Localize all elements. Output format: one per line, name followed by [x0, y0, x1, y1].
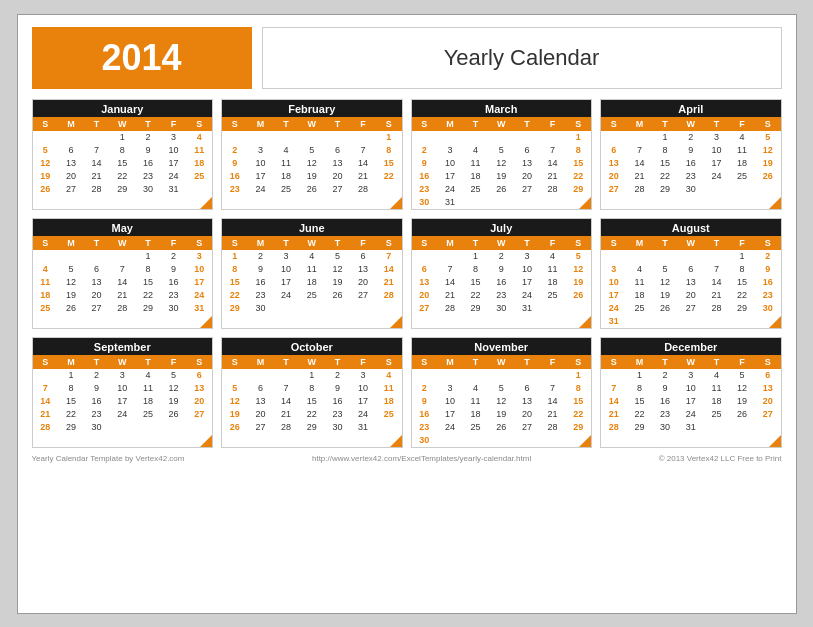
day-cell: 6	[248, 382, 274, 395]
day-cell: 8	[463, 263, 489, 276]
day-cell: 9	[412, 157, 438, 170]
day-cell: 26	[488, 421, 514, 434]
day-header: F	[161, 236, 187, 250]
day-cell: 10	[161, 144, 187, 157]
day-cell: 8	[135, 263, 161, 276]
month-name: October	[222, 338, 402, 355]
days-grid: 1234567891011121314151617181920212223242…	[33, 131, 213, 196]
day-cell: 8	[222, 263, 248, 276]
day-cell: 9	[412, 395, 438, 408]
month-name: August	[601, 219, 781, 236]
day-cell: 20	[350, 276, 376, 289]
day-cell: 15	[565, 157, 591, 170]
day-cell: 16	[412, 170, 438, 183]
day-cell: 7	[350, 144, 376, 157]
day-cell: 22	[565, 408, 591, 421]
day-cell: 28	[273, 421, 299, 434]
month-name: November	[412, 338, 592, 355]
day-header: W	[678, 117, 704, 131]
day-cell: 15	[729, 276, 755, 289]
day-cell: 19	[222, 408, 248, 421]
day-header: S	[376, 117, 402, 131]
day-header: S	[186, 117, 212, 131]
day-cell: 9	[135, 144, 161, 157]
day-cell: 2	[412, 144, 438, 157]
day-cell: 20	[325, 170, 351, 183]
day-cell: 25	[135, 408, 161, 421]
day-cell: 2	[248, 250, 274, 263]
month-name: January	[33, 100, 213, 117]
day-cell: 14	[84, 157, 110, 170]
day-cell: 10	[350, 382, 376, 395]
day-cell: 4	[729, 131, 755, 144]
empty-cell	[463, 131, 489, 144]
day-cell: 17	[350, 395, 376, 408]
day-cell: 25	[540, 289, 566, 302]
day-cell: 1	[463, 250, 489, 263]
month-name: February	[222, 100, 402, 117]
day-cell: 28	[350, 183, 376, 196]
day-cell: 4	[463, 144, 489, 157]
day-header: M	[627, 117, 653, 131]
day-cell: 24	[186, 289, 212, 302]
empty-cell	[488, 131, 514, 144]
month-name: July	[412, 219, 592, 236]
day-cell: 30	[652, 421, 678, 434]
empty-cell	[601, 369, 627, 382]
day-header: M	[58, 117, 84, 131]
day-cell: 12	[299, 157, 325, 170]
day-cell: 22	[729, 289, 755, 302]
page: 2014 Yearly Calendar JanuarySMTWTFS12345…	[17, 14, 797, 614]
day-cell: 1	[299, 369, 325, 382]
day-header: T	[273, 236, 299, 250]
day-header: S	[33, 236, 59, 250]
day-header: T	[135, 117, 161, 131]
day-cell: 19	[488, 170, 514, 183]
empty-cell	[514, 131, 540, 144]
day-cell: 21	[704, 289, 730, 302]
day-cell: 6	[514, 382, 540, 395]
empty-cell	[627, 250, 653, 263]
day-cell: 12	[58, 276, 84, 289]
day-cell: 11	[299, 263, 325, 276]
day-cell: 22	[376, 170, 402, 183]
day-cell: 4	[376, 369, 402, 382]
day-cell: 27	[678, 302, 704, 315]
day-cell: 18	[627, 289, 653, 302]
day-cell: 3	[514, 250, 540, 263]
day-header: S	[33, 117, 59, 131]
day-cell: 24	[601, 302, 627, 315]
day-cell: 18	[463, 408, 489, 421]
day-cell: 13	[84, 276, 110, 289]
day-cell: 31	[601, 315, 627, 328]
day-cell: 10	[109, 382, 135, 395]
day-cell: 4	[299, 250, 325, 263]
empty-cell	[412, 369, 438, 382]
day-cell: 20	[58, 170, 84, 183]
day-cell: 27	[325, 183, 351, 196]
day-cell: 11	[135, 382, 161, 395]
day-header: M	[248, 236, 274, 250]
day-cell: 17	[109, 395, 135, 408]
day-cell: 28	[376, 289, 402, 302]
day-cell: 11	[704, 382, 730, 395]
day-cell: 20	[678, 289, 704, 302]
day-cell: 19	[652, 289, 678, 302]
day-header: W	[299, 236, 325, 250]
day-cell: 1	[652, 131, 678, 144]
day-cell: 18	[186, 157, 212, 170]
day-cell: 14	[540, 395, 566, 408]
day-header: M	[248, 355, 274, 369]
footer-center: http://www.vertex42.com/ExcelTemplates/y…	[312, 454, 531, 463]
day-cell: 23	[412, 421, 438, 434]
day-header: W	[678, 355, 704, 369]
day-cell: 6	[514, 144, 540, 157]
day-cell: 3	[161, 131, 187, 144]
day-cell: 27	[601, 183, 627, 196]
day-cell: 30	[412, 196, 438, 209]
day-cell: 5	[755, 131, 781, 144]
day-cell: 13	[58, 157, 84, 170]
day-header: S	[33, 355, 59, 369]
days-grid: 1234567891011121314151617181920212223242…	[222, 131, 402, 196]
day-cell: 29	[729, 302, 755, 315]
